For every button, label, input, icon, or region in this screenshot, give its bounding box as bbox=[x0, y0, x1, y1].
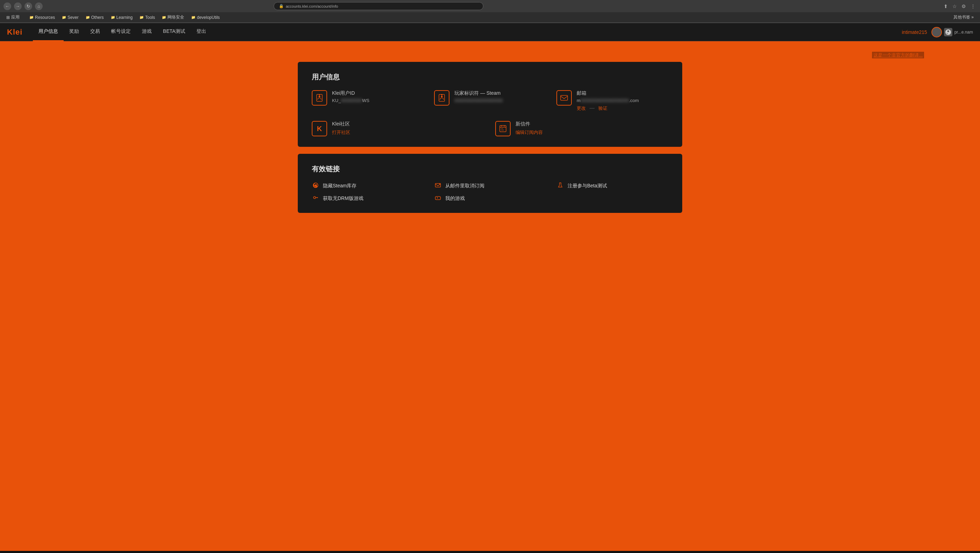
email-redacted: XXXXXXXXXXXXXXXX bbox=[581, 98, 629, 103]
svg-point-4 bbox=[441, 96, 443, 97]
folder-icon: 📁 bbox=[62, 15, 66, 19]
bookmark-sever[interactable]: 📁 Sever bbox=[59, 14, 81, 21]
change-email-link[interactable]: 更改 bbox=[577, 105, 586, 113]
email-content: 邮箱 mXXXXXXXXXXXXXXXX.com 更改 一 验证 bbox=[577, 90, 668, 113]
email-value: mXXXXXXXXXXXXXXXX.com bbox=[577, 98, 668, 103]
folder-icon: 📁 bbox=[86, 15, 90, 19]
newsletter-icon bbox=[495, 121, 511, 136]
drm-free-text: 获取无DRM版游戏 bbox=[323, 195, 363, 202]
my-games-text: 我的游戏 bbox=[445, 195, 465, 202]
svg-rect-6 bbox=[561, 96, 568, 100]
klei-nav-right: intimate215 pr...e.nam bbox=[902, 27, 973, 37]
community-content: Klei社区 打开社区 bbox=[332, 121, 485, 135]
steam-id-value: XXXXXXXXXXXXXXXX bbox=[454, 98, 546, 103]
extensions-button[interactable]: ⚙ bbox=[961, 3, 967, 10]
nav-item-logout[interactable]: 登出 bbox=[191, 23, 212, 41]
email-actions: 更改 一 验证 bbox=[577, 105, 668, 113]
bookmark-label: 其他书签 » bbox=[953, 14, 974, 20]
newsletter-item: 新信件 编辑订阅内容 bbox=[495, 121, 668, 136]
edit-newsletter-link[interactable]: 编辑订阅内容 bbox=[515, 129, 543, 135]
bookmark-others[interactable]: 📁 Others bbox=[83, 14, 107, 21]
steam-icon bbox=[944, 28, 952, 37]
email-icon bbox=[557, 90, 572, 105]
bookmark-label: Sever bbox=[67, 15, 78, 20]
forward-button[interactable]: → bbox=[14, 2, 22, 10]
address-bar[interactable]: 🔒 accounts.klei.com/account/info bbox=[274, 2, 484, 10]
steam-id-icon bbox=[434, 90, 449, 105]
newsletter-actions: 编辑订阅内容 bbox=[515, 129, 668, 135]
svg-point-1 bbox=[319, 96, 320, 97]
klei-id-content: Klei用户ID KU_XXXXXXXWS bbox=[332, 90, 423, 103]
nav-item-account-settings[interactable]: 帐号设定 bbox=[105, 23, 136, 41]
folder-icon: 📁 bbox=[29, 15, 33, 19]
folder-icon: 📁 bbox=[111, 15, 115, 19]
main-content: 这是一个非官方的翻译... 用户信息 Klei用户ID KU_XXXXXXXWS bbox=[0, 41, 980, 551]
newsletter-content: 新信件 编辑订阅内容 bbox=[515, 121, 668, 135]
avatar-area[interactable]: pr...e.nam bbox=[931, 27, 973, 37]
bookmark-label: 网络安全 bbox=[167, 14, 184, 20]
unsubscribe-link[interactable]: 从邮件里取消订阅 bbox=[434, 182, 546, 190]
key-icon bbox=[312, 195, 320, 202]
reload-button[interactable]: ↻ bbox=[24, 2, 32, 10]
apps-icon: ⊞ bbox=[6, 15, 10, 20]
links-grid: 隐藏Steam库存 从邮件里取消订阅 注册参与Beta测试 bbox=[312, 182, 668, 202]
more-button[interactable]: ⋮ bbox=[969, 3, 977, 10]
nav-item-trade[interactable]: 交易 bbox=[84, 23, 105, 41]
bookmarks-bar: ⊞ 应用 📁 Resources 📁 Sever 📁 Others 📁 Lear… bbox=[0, 12, 980, 23]
klei-id-redacted: XXXXXXX bbox=[341, 98, 362, 103]
user-info-row2: K Klei社区 打开社区 新信件 bbox=[312, 121, 668, 136]
community-label: Klei社区 bbox=[332, 121, 485, 127]
nav-item-games[interactable]: 游戏 bbox=[136, 23, 157, 41]
verify-email-link[interactable]: 验证 bbox=[598, 105, 608, 113]
content-wrapper: 用户信息 Klei用户ID KU_XXXXXXXWS bbox=[291, 62, 689, 213]
bookmark-label: Others bbox=[91, 15, 104, 20]
browser-actions: ⬆ ☆ ⚙ ⋮ bbox=[942, 3, 977, 10]
community-item: K Klei社区 打开社区 bbox=[312, 121, 485, 136]
email-small-icon bbox=[434, 182, 442, 190]
folder-icon: 📁 bbox=[191, 15, 196, 19]
nav-item-rewards[interactable]: 奖励 bbox=[64, 23, 84, 41]
klei-id-value: KU_XXXXXXXWS bbox=[332, 98, 423, 103]
bookmark-develop-utils[interactable]: 📁 developUtils bbox=[188, 14, 222, 21]
email-label: 邮箱 bbox=[577, 90, 668, 96]
bookmark-network-security[interactable]: 📁 网络安全 bbox=[159, 14, 187, 21]
home-button[interactable]: ⌂ bbox=[35, 2, 43, 10]
bookmark-resources[interactable]: 📁 Resources bbox=[27, 14, 58, 21]
back-button[interactable]: ← bbox=[3, 2, 11, 10]
svg-point-2 bbox=[319, 94, 320, 96]
klei-nav-items: 用户信息 奖励 交易 帐号设定 游戏 BETA测试 登出 bbox=[33, 23, 902, 41]
folder-icon: 📁 bbox=[140, 15, 144, 19]
user-info-card: 用户信息 Klei用户ID KU_XXXXXXXWS bbox=[298, 62, 682, 147]
avatar bbox=[931, 27, 942, 37]
klei-logo[interactable]: Klei bbox=[7, 28, 22, 37]
browser-chrome: ← → ↻ ⌂ 🔒 accounts.klei.com/account/info… bbox=[0, 0, 980, 23]
nav-item-beta[interactable]: BETA测试 bbox=[157, 23, 191, 41]
nav-item-user-info[interactable]: 用户信息 bbox=[33, 23, 64, 41]
get-drm-free-link[interactable]: 获取无DRM版游戏 bbox=[312, 195, 423, 202]
apps-button[interactable]: ⊞ 应用 bbox=[3, 14, 22, 21]
unofficial-translation-link[interactable]: 这是一个非官方的翻译... bbox=[872, 52, 924, 58]
register-beta-link[interactable]: 注册参与Beta测试 bbox=[557, 182, 668, 190]
bookmark-button[interactable]: ☆ bbox=[951, 3, 958, 10]
other-bookmarks[interactable]: 其他书签 » bbox=[951, 14, 977, 21]
klei-id-item: Klei用户ID KU_XXXXXXXWS bbox=[312, 90, 423, 113]
my-games-link[interactable]: 我的游戏 bbox=[434, 195, 546, 202]
browser-toolbar: ← → ↻ ⌂ 🔒 accounts.klei.com/account/info… bbox=[0, 0, 980, 12]
bookmark-tools[interactable]: 📁 Tools bbox=[137, 14, 158, 21]
site-footer: Games About Careers Forum Mintimate's Bl… bbox=[0, 551, 980, 553]
community-actions: 打开社区 bbox=[332, 129, 485, 135]
apps-label: 应用 bbox=[11, 14, 19, 20]
unsubscribe-text: 从邮件里取消订阅 bbox=[445, 183, 484, 189]
hide-steam-link[interactable]: 隐藏Steam库存 bbox=[312, 182, 423, 190]
open-community-link[interactable]: 打开社区 bbox=[332, 129, 350, 135]
profile-name: pr...e.nam bbox=[955, 30, 973, 35]
share-button[interactable]: ⬆ bbox=[942, 3, 949, 10]
community-icon: K bbox=[312, 121, 327, 136]
beta-icon bbox=[557, 182, 564, 190]
links-card: 有效链接 隐藏Steam库存 从邮件里取消订阅 bbox=[298, 154, 682, 213]
bookmark-learning[interactable]: 📁 Learning bbox=[108, 14, 135, 21]
user-info-title: 用户信息 bbox=[312, 72, 668, 82]
klei-id-icon bbox=[312, 90, 327, 105]
newsletter-label: 新信件 bbox=[515, 121, 668, 127]
svg-point-11 bbox=[313, 196, 316, 199]
